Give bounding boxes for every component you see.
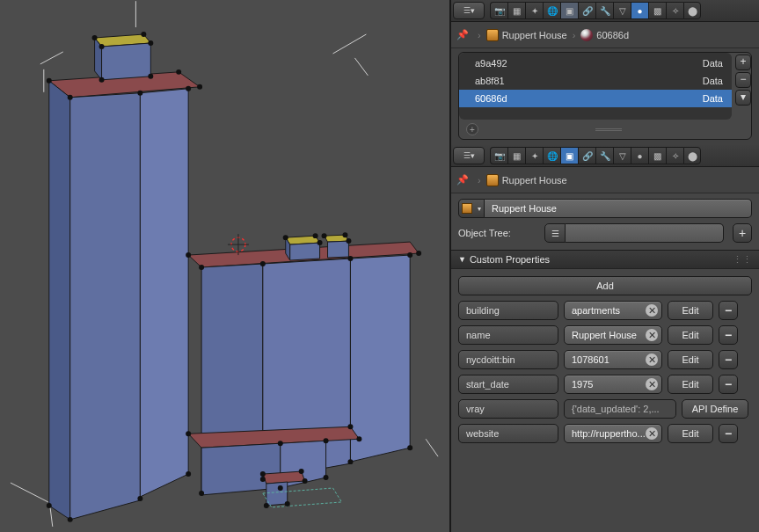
tab-physics-icon[interactable]: ⬤ <box>683 2 701 19</box>
tab-texture-icon[interactable]: ▩ <box>648 2 666 19</box>
tab-world-icon[interactable]: 🌐 <box>543 147 560 164</box>
tab-modifiers-icon[interactable]: 🔧 <box>595 147 613 164</box>
property-edit-button[interactable]: Edit <box>668 424 713 443</box>
pin-icon[interactable]: 📌 <box>456 174 469 186</box>
object-name-field[interactable]: Ruppert House <box>485 199 752 218</box>
material-slot-kind: Data <box>703 58 723 69</box>
viewport-3d[interactable] <box>0 0 451 532</box>
svg-point-31 <box>92 35 98 40</box>
property-edit-button[interactable]: Edit <box>668 375 713 394</box>
tab-particles-icon[interactable]: ✧ <box>666 2 683 19</box>
tab-layers-icon[interactable]: ▦ <box>507 2 525 19</box>
material-slot-row[interactable]: ab8f81 Data <box>459 72 732 90</box>
object-tree-dropdown-icon[interactable]: ☰ <box>544 223 566 243</box>
clear-icon[interactable]: ✕ <box>646 378 658 390</box>
object-properties-panel: ▾ Ruppert House Object Tree: ☰ + ▼ Custo… <box>451 193 759 532</box>
pin-icon[interactable]: 📌 <box>456 29 469 41</box>
property-delete-button[interactable]: − <box>719 375 738 394</box>
object-tree-field[interactable]: ☰ <box>544 223 724 243</box>
material-slot-list[interactable]: a9a492 Data ab8f81 Data 60686d Data <box>459 53 732 120</box>
svg-point-59 <box>356 436 361 441</box>
resize-grip-icon[interactable] <box>595 128 622 131</box>
property-value-field[interactable]: apartments ✕ <box>564 301 662 320</box>
slot-add-button[interactable]: + <box>735 55 751 70</box>
breadcrumb-object[interactable]: Ruppert House <box>486 174 567 186</box>
property-value-text: {'data_updated': 2,... <box>572 404 660 414</box>
property-key[interactable]: vray <box>458 399 558 419</box>
custom-properties-title: Custom Properties <box>470 254 550 265</box>
property-delete-button[interactable]: − <box>719 301 738 320</box>
property-key[interactable]: website <box>458 424 558 443</box>
object-icon-dropdown[interactable]: ▾ <box>458 199 485 218</box>
property-key[interactable]: name <box>458 325 558 345</box>
material-new-icon[interactable]: + <box>466 123 478 135</box>
svg-point-47 <box>283 235 288 240</box>
breadcrumb-object-label: Ruppert House <box>502 30 567 40</box>
tab-texture-icon[interactable]: ▩ <box>648 147 666 164</box>
property-api-define-button[interactable]: API Define <box>682 399 748 419</box>
property-key[interactable]: building <box>458 301 558 320</box>
property-value-text: 1078601 <box>572 354 609 365</box>
tab-material-icon[interactable]: ● <box>631 2 648 19</box>
tab-physics-icon[interactable]: ⬤ <box>683 147 701 164</box>
tab-data-icon[interactable]: ▽ <box>613 147 631 164</box>
slot-menu-button[interactable]: ▾ <box>735 90 751 106</box>
building-tower <box>49 34 200 520</box>
svg-point-56 <box>407 445 412 450</box>
svg-point-30 <box>186 86 191 91</box>
svg-point-54 <box>260 477 266 482</box>
property-edit-button[interactable]: Edit <box>668 301 713 320</box>
material-slot-kind: Data <box>703 93 723 104</box>
object-tree-add-button[interactable]: + <box>733 223 752 243</box>
tab-material-icon[interactable]: ● <box>631 147 648 164</box>
property-key[interactable]: start_date <box>458 375 558 394</box>
svg-point-26 <box>68 95 73 100</box>
property-value-text: 1975 <box>572 379 593 390</box>
material-slot-row[interactable]: a9a492 Data <box>459 55 732 72</box>
tab-modifiers-icon[interactable]: 🔧 <box>595 2 613 19</box>
tab-layers-icon[interactable]: ▦ <box>507 147 525 164</box>
property-value-field[interactable]: 1975 ✕ <box>564 375 662 394</box>
property-delete-button[interactable]: − <box>719 325 738 345</box>
tab-render-icon[interactable]: 📷 <box>490 2 507 19</box>
breadcrumb-object[interactable]: Ruppert House <box>486 29 567 41</box>
svg-marker-20 <box>266 482 288 506</box>
editor-type-selector[interactable]: ☰▾ <box>453 2 485 19</box>
tab-particles-icon[interactable]: ✧ <box>666 147 683 164</box>
tab-constraints-icon[interactable]: 🔗 <box>578 2 595 19</box>
svg-point-65 <box>299 469 304 474</box>
breadcrumb-material[interactable]: 60686d <box>580 29 629 41</box>
tab-scene-icon[interactable]: ✦ <box>525 147 543 164</box>
clear-icon[interactable]: ✕ <box>646 353 658 366</box>
slot-remove-button[interactable]: − <box>735 72 751 88</box>
svg-point-33 <box>148 40 153 46</box>
tab-render-icon[interactable]: 📷 <box>490 147 507 164</box>
tab-world-icon[interactable]: 🌐 <box>543 2 560 19</box>
property-edit-button[interactable]: Edit <box>668 350 713 369</box>
property-value-field[interactable]: Ruppert House ✕ <box>564 325 662 345</box>
lower-context-tabs: 📷 ▦ ✦ 🌐 ▣ 🔗 🔧 ▽ ● ▩ ✧ ⬤ <box>490 147 701 164</box>
property-value-field[interactable]: 1078601 ✕ <box>564 350 662 369</box>
custom-property-row: start_date 1975 ✕ Edit − <box>458 375 752 394</box>
svg-point-51 <box>342 232 347 237</box>
editor-type-selector[interactable]: ☰▾ <box>453 147 485 164</box>
property-delete-button[interactable]: − <box>719 350 738 369</box>
clear-icon[interactable]: ✕ <box>646 329 658 341</box>
tab-object-icon[interactable]: ▣ <box>560 147 578 164</box>
custom-properties-header[interactable]: ▼ Custom Properties ⋮⋮ <box>451 250 759 269</box>
panel-grip-icon[interactable]: ⋮⋮ <box>733 254 752 266</box>
tab-data-icon[interactable]: ▽ <box>613 2 631 19</box>
property-value-field[interactable]: http://ruppertho... ✕ <box>564 424 662 443</box>
clear-icon[interactable]: ✕ <box>646 304 658 317</box>
tab-object-icon[interactable]: ▣ <box>560 2 578 19</box>
custom-property-add-button[interactable]: Add <box>458 276 752 295</box>
clear-icon[interactable]: ✕ <box>646 427 658 440</box>
property-delete-button[interactable]: − <box>719 424 738 443</box>
property-edit-button[interactable]: Edit <box>668 325 713 345</box>
tab-scene-icon[interactable]: ✦ <box>525 2 543 19</box>
svg-point-32 <box>141 32 146 37</box>
property-key[interactable]: nycdoitt:bin <box>458 350 558 369</box>
svg-marker-6 <box>140 89 188 497</box>
tab-constraints-icon[interactable]: 🔗 <box>578 147 595 164</box>
material-slot-row[interactable]: 60686d Data <box>459 90 732 107</box>
